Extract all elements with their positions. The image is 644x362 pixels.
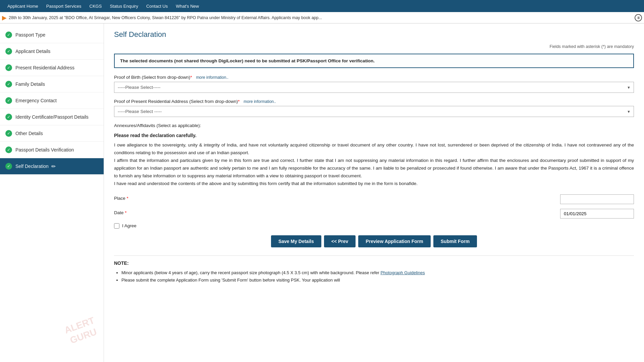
proof-of-birth-select-wrapper: -----Please Select----- — [114, 82, 634, 93]
photograph-guidelines-link[interactable]: Photograph Guidelines — [380, 270, 425, 275]
note-item-2: Please submit the complete Application F… — [121, 277, 634, 284]
proof-of-birth-more-info-link[interactable]: more information.. — [196, 75, 228, 80]
nav-passport-services[interactable]: Passport Services — [42, 0, 86, 12]
proof-of-address-label: Proof of Present Residential Address (Se… — [114, 99, 634, 104]
note-item-1: Minor applicants (below 4 years of age),… — [121, 269, 634, 277]
check-icon-passport-type: ✓ — [5, 32, 12, 38]
check-icon-self-declaration: ✓ — [5, 163, 12, 170]
sidebar-item-residential-address[interactable]: ✓ Present Residential Address — [0, 60, 104, 76]
button-row: Save My Details << Prev Preview Applicat… — [114, 235, 634, 247]
sidebar-label-family-details: Family Details — [15, 81, 45, 87]
date-label: Date * — [114, 210, 141, 215]
agree-row: I Agree — [114, 223, 634, 229]
ticker-text: 28th to 30th January, 2025 at "BDO Offic… — [9, 15, 635, 20]
sidebar-label-emergency-contact: Emergency Contact — [15, 98, 57, 103]
content-area: Self Declaration Fields marked with aste… — [104, 23, 644, 362]
ticker-pause-button[interactable] — [635, 14, 642, 21]
ticker-arrow-icon: ▶ — [0, 14, 9, 21]
declaration-heading: Please read the declaration carefully. — [114, 133, 634, 138]
info-box: The selected documents (not shared throu… — [114, 54, 634, 68]
sidebar-item-passport-type[interactable]: ✓ Passport Type — [0, 27, 104, 43]
sidebar-item-emergency-contact[interactable]: ✓ Emergency Contact — [0, 93, 104, 109]
prev-button[interactable]: << Prev — [324, 235, 356, 247]
sidebar-label-passport-type: Passport Type — [15, 32, 45, 38]
date-input[interactable] — [560, 209, 634, 219]
proof-of-birth-row: Proof of Birth (Select from drop-down)* … — [114, 75, 634, 93]
proof-of-address-more-info-link[interactable]: more information.. — [244, 99, 276, 104]
check-icon-passport-details-verification: ✓ — [5, 146, 12, 153]
sidebar-item-family-details[interactable]: ✓ Family Details — [0, 76, 104, 93]
save-my-details-button[interactable]: Save My Details — [271, 235, 321, 247]
note-title: NOTE: — [114, 260, 634, 266]
check-icon-emergency-contact: ✓ — [5, 97, 12, 104]
nav-status-enquiry[interactable]: Status Enquiry — [106, 0, 142, 12]
note-section: NOTE: Minor applicants (below 4 years of… — [114, 255, 634, 284]
sidebar-label-applicant-details: Applicant Details — [15, 49, 50, 54]
sidebar-item-identity-certificate[interactable]: ✓ Identity Certificate/Passport Details — [0, 109, 104, 125]
main-layout: ✓ Passport Type ✓ Applicant Details ✓ Pr… — [0, 23, 644, 362]
place-row: Place * — [114, 194, 634, 204]
proof-of-birth-select[interactable]: -----Please Select----- — [114, 82, 634, 93]
cursor-icon: ✏ — [51, 163, 56, 170]
nav-whats-new[interactable]: What's New — [172, 0, 203, 12]
top-navigation: Applicant Home Passport Services CKGS St… — [0, 0, 644, 12]
annexures-label: Annexures/Affidavits (Select as applicab… — [114, 123, 634, 128]
check-icon-other-details: ✓ — [5, 130, 12, 137]
place-label: Place * — [114, 196, 141, 201]
sidebar-item-other-details[interactable]: ✓ Other Details — [0, 125, 104, 142]
sidebar-item-applicant-details[interactable]: ✓ Applicant Details — [0, 43, 104, 60]
sidebar-label-self-declaration: Self Declaration — [15, 164, 49, 169]
sidebar-label-residential-address: Present Residential Address — [15, 65, 74, 70]
agree-label[interactable]: I Agree — [122, 223, 137, 228]
sidebar-item-self-declaration[interactable]: ✓ Self Declaration ✏ — [0, 158, 104, 175]
place-input[interactable] — [560, 194, 634, 204]
sidebar-label-passport-details-verification: Passport Details Verification — [15, 147, 74, 153]
check-icon-residential-address: ✓ — [5, 64, 12, 71]
sidebar-label-identity-certificate: Identity Certificate/Passport Details — [15, 114, 89, 120]
proof-of-address-select-wrapper: -----Please Select ----- — [114, 106, 634, 117]
proof-of-address-select[interactable]: -----Please Select ----- — [114, 106, 634, 117]
agree-checkbox[interactable] — [114, 223, 119, 229]
watermark: ALERT GURU — [63, 315, 100, 347]
mandatory-note: Fields marked with asterisk (*) are mand… — [114, 44, 634, 49]
sidebar: ✓ Passport Type ✓ Applicant Details ✓ Pr… — [0, 23, 104, 362]
page-title: Self Declaration — [114, 30, 634, 39]
check-icon-identity-certificate: ✓ — [5, 114, 12, 120]
declaration-text: I owe allegiance to the sovereignty, uni… — [114, 141, 634, 188]
note-list: Minor applicants (below 4 years of age),… — [114, 269, 634, 284]
sidebar-item-passport-details-verification[interactable]: ✓ Passport Details Verification — [0, 142, 104, 158]
sidebar-label-other-details: Other Details — [15, 131, 43, 136]
nav-applicant-home[interactable]: Applicant Home — [3, 0, 42, 12]
check-icon-applicant-details: ✓ — [5, 48, 12, 55]
preview-application-form-button[interactable]: Preview Application Form — [358, 235, 430, 247]
proof-of-birth-label: Proof of Birth (Select from drop-down)* … — [114, 75, 634, 80]
nav-ckgs[interactable]: CKGS — [86, 0, 106, 12]
nav-contact-us[interactable]: Contact Us — [142, 0, 172, 12]
proof-of-address-row: Proof of Present Residential Address (Se… — [114, 99, 634, 117]
check-icon-family-details: ✓ — [5, 81, 12, 87]
submit-form-button[interactable]: Submit Form — [433, 235, 477, 247]
date-row: Date * — [114, 209, 634, 219]
ticker-bar: ▶ 28th to 30th January, 2025 at "BDO Off… — [0, 12, 644, 23]
